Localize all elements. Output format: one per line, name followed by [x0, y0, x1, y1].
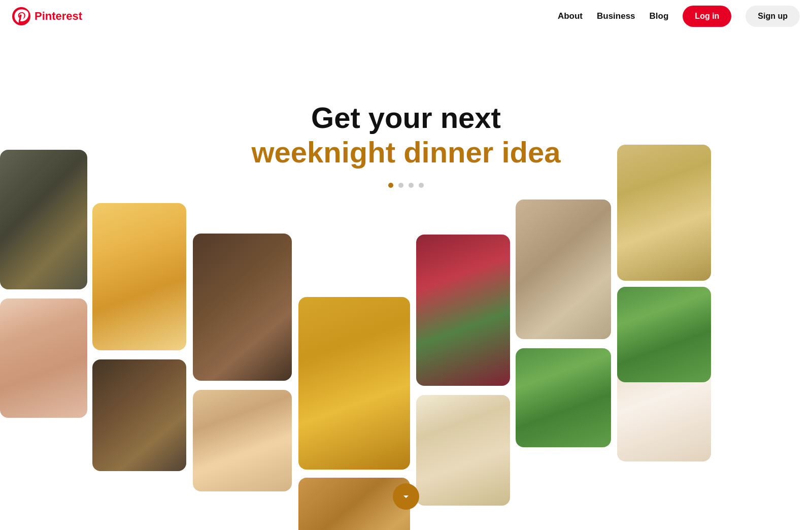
nav-about[interactable]: About: [558, 11, 583, 21]
carousel-dot-3[interactable]: [409, 183, 414, 188]
hero-section: Get your next weeknight dinner idea: [0, 0, 812, 530]
carousel-dot-2[interactable]: [398, 183, 403, 188]
logo-text: Pinterest: [35, 10, 82, 23]
logo[interactable]: Pinterest: [12, 7, 82, 25]
login-button[interactable]: Log in: [683, 6, 731, 27]
carousel-dots: [388, 183, 424, 188]
chevron-down-icon: [400, 490, 412, 503]
signup-button[interactable]: Sign up: [746, 6, 800, 27]
hero-title-line1: Get your next: [311, 102, 501, 134]
carousel-dot-4[interactable]: [419, 183, 424, 188]
nav-business[interactable]: Business: [597, 11, 635, 21]
pinterest-logo-icon: [12, 7, 30, 25]
nav-blog[interactable]: Blog: [650, 11, 669, 21]
scroll-down-button[interactable]: [393, 483, 419, 510]
carousel-dot-1[interactable]: [388, 183, 393, 188]
nav: About Business Blog Log in Sign up: [558, 6, 800, 27]
header: Pinterest About Business Blog Log in Sig…: [0, 0, 812, 32]
hero-title-line2: weeknight dinner idea: [251, 136, 560, 169]
